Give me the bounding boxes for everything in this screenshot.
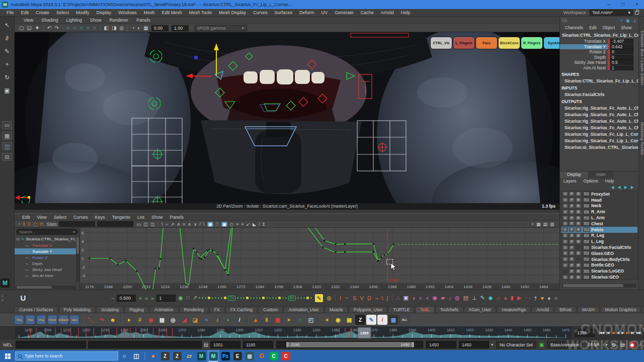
wave-icon[interactable]: ≈ bbox=[201, 315, 211, 325]
person-circle-icon[interactable]: ◉ bbox=[333, 315, 343, 325]
output-node[interactable]: Sicarius:ui_Sicarius_CTRL_Sicarius_Fc_L.… bbox=[560, 144, 644, 150]
layout-single-icon[interactable]: ▭ bbox=[2, 121, 12, 129]
speech-bubble-icon[interactable]: ◍ bbox=[611, 342, 616, 347]
ge-tangent-icon[interactable]: × bbox=[236, 222, 238, 227]
pose-icon[interactable]: ∴ bbox=[396, 295, 399, 301]
shelf-tab-mash[interactable]: MASH bbox=[577, 306, 600, 313]
tangent-auto[interactable]: auto bbox=[69, 315, 79, 325]
brush-icon[interactable]: / bbox=[377, 315, 387, 325]
jump-back-icon[interactable]: « bbox=[145, 295, 148, 301]
layer-row-glass-geo[interactable]: VPRGlass:GEO bbox=[561, 250, 637, 256]
shelf-tab-sculpting[interactable]: Sculpting bbox=[96, 306, 124, 313]
output-node[interactable]: Sicarius:rig_Sicarius_Fc_Auto_L_Cheek... bbox=[560, 111, 644, 118]
layer-toggle-p[interactable]: P bbox=[569, 257, 575, 261]
menu-help[interactable]: Help bbox=[397, 10, 414, 15]
layer-row-sicarius-geo[interactable]: VPRSicarius:GEO bbox=[561, 274, 637, 280]
panel-menu-show[interactable]: Show bbox=[86, 18, 106, 23]
layer-row-head[interactable]: VPRHead bbox=[561, 197, 637, 203]
layer-toggle-v[interactable]: V bbox=[562, 233, 568, 238]
x-box-icon[interactable]: × bbox=[322, 315, 332, 325]
ge-tangent-icon[interactable]: ▣ bbox=[207, 222, 214, 227]
layer-swatch[interactable] bbox=[583, 192, 590, 196]
layer-toggle-r[interactable]: · bbox=[576, 245, 581, 250]
chevron-down-icon[interactable]: ▾ bbox=[605, 342, 607, 347]
hand-key-icon[interactable]: ▦ bbox=[157, 315, 167, 325]
layer-move-icon-1[interactable]: ◀ bbox=[618, 185, 621, 190]
shelf-tab-xgen-user[interactable]: XGen_User bbox=[464, 306, 496, 313]
snap-projected-icon[interactable]: ∩ bbox=[86, 25, 90, 31]
layer-toggle-v[interactable]: V bbox=[562, 210, 568, 214]
layer-move-icon-3[interactable]: ▶ bbox=[631, 185, 634, 190]
cb-menu-object[interactable]: Object bbox=[600, 25, 618, 30]
layer-row-chest[interactable]: VPRChest bbox=[561, 221, 637, 227]
input-connections-icon[interactable]: ◧ bbox=[104, 25, 109, 31]
curve-slash-icon[interactable]: \ bbox=[381, 295, 383, 301]
layer-row-neck[interactable]: VPRNeck bbox=[561, 203, 637, 209]
panel-menu-lighting[interactable]: Lighting bbox=[62, 18, 86, 23]
ge-tangent-icon[interactable]: × bbox=[241, 222, 244, 227]
dark-figure-icon[interactable]: Z bbox=[355, 315, 365, 325]
channel-label[interactable]: Translate X bbox=[560, 39, 608, 44]
channel-label[interactable]: Translate Y bbox=[560, 44, 608, 49]
tangent-stepped[interactable]: stepped bbox=[58, 315, 68, 325]
shape-node[interactable]: Sicarius:CTRL_Sicarius_Fc_Lip_L_Corner..… bbox=[560, 77, 644, 84]
set-key-icon[interactable]: ♦ bbox=[124, 315, 134, 325]
clapper-icon[interactable]: ◰ bbox=[306, 315, 316, 325]
layer-swatch[interactable] bbox=[583, 216, 590, 220]
layer-toggle-v[interactable]: V bbox=[562, 251, 568, 255]
layer-menu-layers[interactable]: Layers bbox=[560, 178, 580, 184]
animbot-pose-dot[interactable] bbox=[262, 297, 265, 299]
go-to-end-button[interactable]: ▶▶| bbox=[636, 329, 641, 337]
picker-button-face[interactable]: Face bbox=[475, 37, 498, 49]
cb-menu-channels[interactable]: Channels bbox=[562, 25, 586, 30]
mirror2-icon[interactable]: × bbox=[426, 295, 429, 301]
ge-tangent-icon[interactable]: ↙ bbox=[246, 222, 250, 227]
diamond-icon[interactable]: ◆ bbox=[489, 295, 493, 301]
curve-step-icon[interactable]: ¬ bbox=[375, 295, 378, 301]
play-backwards-button[interactable]: ◀ bbox=[617, 329, 619, 337]
curve-omega-icon[interactable]: Ω bbox=[367, 295, 371, 301]
layer-row-bottle-geo[interactable]: VPRBottle:GEO bbox=[561, 262, 637, 268]
zbrush-icon[interactable]: Z bbox=[159, 350, 171, 362]
tab-modeling-toolkit[interactable]: Modeling Toolkit bbox=[639, 122, 644, 155]
epic-games-icon[interactable]: E bbox=[231, 350, 244, 362]
shelf-tab-fx-caching[interactable]: FX Caching bbox=[225, 306, 258, 313]
layer-row-l-leg[interactable]: VPRL_Leg bbox=[561, 238, 637, 244]
viewport[interactable]: CTRL_VisL_FingersFaceBlockConsR_FingersE… bbox=[15, 32, 559, 210]
animbot-chip-th[interactable]: TH bbox=[228, 296, 235, 301]
flame-icon[interactable]: ▲ bbox=[251, 315, 261, 325]
shelf-tab-polygons-user[interactable]: Polygons_User bbox=[349, 306, 388, 313]
task-view-icon[interactable]: ◫ bbox=[130, 350, 142, 362]
ge-tangent-icon[interactable]: ∧ bbox=[177, 222, 180, 227]
maximize-button[interactable]: □ bbox=[616, 0, 630, 9]
layer-toggle-r[interactable]: R bbox=[576, 204, 581, 208]
search-input[interactable]: Search...▾ bbox=[16, 229, 78, 235]
command-line-input[interactable] bbox=[16, 341, 86, 348]
picker-button-r-fingers[interactable]: R_Fingers bbox=[521, 37, 543, 49]
outliner-h-scrollbar[interactable] bbox=[16, 286, 76, 289]
ge-tool-icon[interactable]: ‖ bbox=[23, 222, 25, 227]
layer-move-icon-2[interactable]: ▶ bbox=[624, 185, 627, 190]
tangent-org-2[interactable]: Org bbox=[25, 315, 35, 325]
start-button[interactable] bbox=[0, 350, 15, 362]
ge-tangent-icon[interactable]: / bbox=[200, 222, 201, 227]
output-node[interactable]: Sicarius:rig_Sicarius_Fc_Lip_L_Corner_..… bbox=[560, 131, 644, 137]
layer-toggle-r[interactable]: R bbox=[576, 198, 581, 202]
layer-toggle-p[interactable]: P bbox=[569, 269, 575, 274]
picker-button-ctrl-vis[interactable]: CTRL_Vis bbox=[430, 37, 452, 49]
stats-field-1[interactable] bbox=[59, 221, 95, 227]
input-node[interactable]: Sicarius:FacialCtrls bbox=[560, 91, 644, 98]
menu-mesh-display[interactable]: Mesh Display bbox=[215, 10, 250, 15]
lasso-tool-icon[interactable]: ∂ bbox=[2, 33, 13, 44]
magnet-icon[interactable]: ∩ bbox=[295, 315, 305, 325]
channel-value-field[interactable]: 1 bbox=[610, 65, 633, 70]
mel-label[interactable]: MEL bbox=[3, 342, 13, 347]
play-red-icon[interactable]: ▶ bbox=[517, 295, 521, 301]
lamp-icon[interactable]: ◉ bbox=[432, 295, 437, 301]
layer-h-scrollbar[interactable] bbox=[562, 284, 636, 288]
animbot-pose-dot[interactable] bbox=[303, 297, 305, 299]
animbot-pose-dot[interactable] bbox=[259, 297, 261, 299]
snap-curve-icon[interactable]: ∩ bbox=[73, 25, 76, 31]
ipr-render-icon[interactable]: ◐ bbox=[137, 25, 140, 31]
red-grid-icon[interactable]: ▦ bbox=[273, 315, 283, 325]
